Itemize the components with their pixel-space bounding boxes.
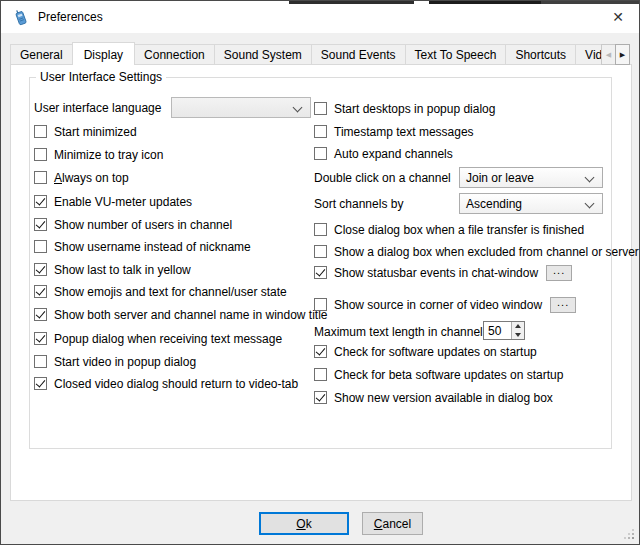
max-text-length-spinbox[interactable]: 50 [483, 321, 525, 340]
tab-scroll-buttons: ◀ ▶ [602, 44, 630, 65]
tab-scroll-left-button[interactable]: ◀ [601, 44, 616, 65]
checkbox-row-closed-video-return[interactable]: Closed video dialog should return to vid… [34, 375, 298, 392]
minimize-to-tray-checkbox[interactable] [34, 148, 47, 161]
checkbox-row-video-popup[interactable]: Start video in popup dialog [34, 353, 196, 370]
checkbox-row-vu-meter[interactable]: Enable VU-meter updates [34, 193, 192, 210]
start-minimized-checkbox[interactable] [34, 125, 47, 138]
check-beta-updates-checkbox[interactable] [314, 368, 327, 381]
show-user-count-checkbox[interactable] [34, 218, 47, 231]
always-on-top-checkbox[interactable] [34, 171, 47, 184]
last-to-talk-checkbox[interactable] [34, 263, 47, 276]
statusbar-events-options-button[interactable]: ... [546, 265, 572, 281]
tab-sound-system[interactable]: Sound System [214, 44, 312, 65]
checkbox-row-check-beta-updates[interactable]: Check for beta software updates on start… [314, 366, 563, 383]
chevron-down-icon [585, 199, 595, 209]
chevron-down-icon [293, 103, 303, 113]
show-emojis-checkbox[interactable] [34, 285, 47, 298]
checkbox-row-auto-expand[interactable]: Auto expand channels [314, 145, 453, 162]
start-desktops-checkbox[interactable] [314, 102, 327, 115]
sort-channels-label: Sort channels by [314, 197, 403, 211]
spin-buttons [511, 322, 524, 339]
checkbox-row-start-minimized[interactable]: Start minimized [34, 123, 137, 140]
double-click-label-row: Double click on a channel [314, 169, 451, 186]
language-row: User interface language [34, 99, 161, 116]
chevron-down-icon [585, 173, 595, 183]
sort-channels-combobox[interactable]: Ascending [459, 193, 603, 214]
checkbox-row-server-channel-title[interactable]: Show both server and channel name in win… [34, 306, 328, 323]
background-window-artifact [429, 1, 541, 4]
checkbox-row-last-to-talk[interactable]: Show last to talk in yellow [34, 261, 191, 278]
spin-down-icon[interactable] [512, 331, 524, 340]
video-source-corner-checkbox[interactable] [314, 298, 327, 311]
double-click-value: Join or leave [466, 171, 534, 185]
tab-shortcuts[interactable]: Shortcuts [505, 44, 576, 65]
max-text-length-label: Maximum text length in channel list [314, 325, 501, 339]
checkbox-row-show-user-count[interactable]: Show number of users in channel [34, 216, 232, 233]
checkbox-row-show-username[interactable]: Show username instead of nickname [34, 238, 251, 255]
cancel-button[interactable]: Cancel [362, 512, 423, 535]
checkbox-row-show-emojis[interactable]: Show emojis and text for channel/user st… [34, 283, 287, 300]
checkbox-row-timestamp[interactable]: Timestamp text messages [314, 123, 474, 140]
language-label: User interface language [34, 101, 161, 115]
auto-expand-checkbox[interactable] [314, 147, 327, 160]
double-click-combobox[interactable]: Join or leave [459, 167, 603, 188]
checkbox-row-start-desktops[interactable]: Start desktops in popup dialog [314, 100, 495, 117]
show-username-checkbox[interactable] [34, 240, 47, 253]
tab-scroll-right-button[interactable]: ▶ [615, 44, 630, 65]
ok-button[interactable]: Ok [259, 512, 349, 535]
tab-display[interactable]: Display [72, 42, 135, 65]
max-text-length-value: 50 [484, 322, 511, 339]
sort-channels-value: Ascending [466, 197, 522, 211]
tab-video[interactable]: Video [575, 44, 601, 65]
checkbox-row-popup-text-message[interactable]: Popup dialog when receiving text message [34, 330, 282, 347]
spin-up-icon[interactable] [512, 322, 524, 331]
close-on-transfer-checkbox[interactable] [314, 223, 327, 236]
statusbar-events-checkbox[interactable] [314, 266, 327, 279]
language-combobox[interactable] [171, 97, 311, 118]
group-title: User Interface Settings [36, 70, 166, 84]
double-click-label: Double click on a channel [314, 171, 451, 185]
server-channel-title-checkbox[interactable] [34, 308, 47, 321]
checkbox-row-excluded-dialog[interactable]: Show a dialog box when excluded from cha… [314, 243, 639, 260]
excluded-dialog-checkbox[interactable] [314, 245, 327, 258]
tab-general[interactable]: General [10, 44, 73, 65]
timestamp-checkbox[interactable] [314, 125, 327, 138]
popup-text-message-checkbox[interactable] [34, 332, 47, 345]
checkbox-row-always-on-top[interactable]: Always on top [34, 169, 129, 186]
checkbox-row-close-on-transfer[interactable]: Close dialog box when a file transfer is… [314, 221, 584, 238]
video-source-options-button[interactable]: ... [550, 297, 576, 313]
check-updates-checkbox[interactable] [314, 345, 327, 358]
tab-sound-events[interactable]: Sound Events [311, 44, 406, 65]
app-icon [12, 9, 29, 26]
resize-grip[interactable] [632, 537, 634, 539]
close-button[interactable]: ✕ [603, 4, 633, 30]
checkbox-row-statusbar-events[interactable]: Show statusbar events in chat-window ... [314, 264, 572, 281]
background-window-artifact [541, 1, 640, 4]
sort-channels-label-row: Sort channels by [314, 195, 403, 212]
title-bar: Preferences ✕ [1, 1, 639, 33]
preferences-dialog: Preferences ✕ General Display Connection… [0, 0, 640, 545]
tab-bar: General Display Connection Sound System … [10, 42, 601, 65]
tab-text-to-speech[interactable]: Text To Speech [405, 44, 507, 65]
vu-meter-checkbox[interactable] [34, 195, 47, 208]
new-version-dialog-checkbox[interactable] [314, 391, 327, 404]
window-title: Preferences [38, 10, 103, 24]
video-popup-checkbox[interactable] [34, 355, 47, 368]
background-window-artifact [289, 1, 414, 4]
checkbox-row-check-updates[interactable]: Check for software updates on startup [314, 343, 537, 360]
closed-video-return-checkbox[interactable] [34, 377, 47, 390]
checkbox-row-video-source-corner[interactable]: Show source in corner of video window ..… [314, 296, 576, 313]
tab-connection[interactable]: Connection [134, 44, 215, 65]
checkbox-row-new-version-dialog[interactable]: Show new version available in dialog box [314, 389, 553, 406]
checkbox-row-minimize-to-tray[interactable]: Minimize to tray icon [34, 146, 163, 163]
max-text-length-label-row: Maximum text length in channel list [314, 323, 501, 340]
